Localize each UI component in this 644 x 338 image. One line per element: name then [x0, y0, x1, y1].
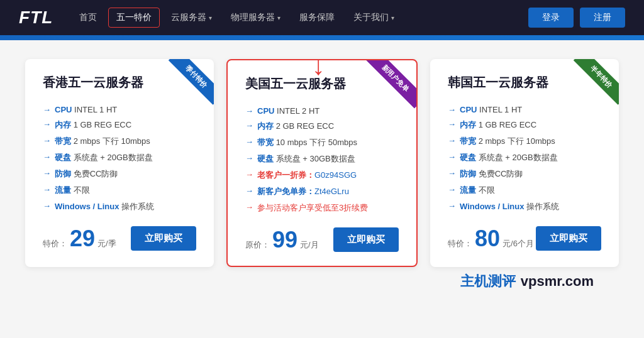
- nav-item-home[interactable]: 首页: [72, 8, 104, 27]
- list-item: → 带宽 2 mbps 下行 10mbps: [448, 133, 601, 150]
- card-kr: 半年特价 韩国五一云服务器 → CPU INTEL 1 HT → 内存 1 GB…: [430, 59, 619, 267]
- arrow-bullet-icon: →: [448, 119, 456, 129]
- card-footer-us: 原价： 99 元/月 立即购买: [245, 227, 399, 252]
- chevron-down-icon: ▾: [391, 14, 394, 21]
- red-arrow-icon: ↓: [312, 53, 325, 79]
- price-label-us: 原价：: [245, 239, 270, 251]
- price-block-hk: 特价： 29 元/季: [43, 227, 116, 250]
- arrow-bullet-icon: →: [448, 185, 456, 194]
- features-kr: → CPU INTEL 1 HT → 内存 1 GB REG ECC → 带宽 …: [448, 102, 601, 215]
- price-number-kr: 80: [475, 227, 500, 250]
- arrow-bullet-icon: →: [43, 136, 51, 145]
- list-item: → 老客户一折券：G0z94SGG: [245, 167, 399, 183]
- list-item: → 硬盘 系统盘 + 20GB数据盘: [43, 150, 196, 166]
- arrow-bullet-icon: →: [43, 201, 51, 210]
- arrow-bullet-icon: →: [245, 121, 253, 130]
- nav-item-service[interactable]: 服务保障: [292, 8, 342, 27]
- ribbon-label-hk: 季付特价: [169, 59, 214, 105]
- price-label-kr: 特价：: [448, 238, 472, 249]
- arrow-bullet-icon: →: [43, 119, 51, 129]
- arrow-bullet-icon: →: [448, 168, 456, 178]
- arrow-bullet-icon: →: [43, 185, 51, 194]
- nav-item-about[interactable]: 关于我们 ▾: [346, 8, 402, 27]
- arrow-bullet-icon: →: [245, 137, 253, 146]
- price-unit-us: 元/月: [300, 239, 319, 251]
- features-us: → CPU INTEL 2 HT → 内存 2 GB REG ECC → 带宽 …: [245, 104, 399, 216]
- logo: FTL: [19, 8, 53, 28]
- list-item: → 硬盘 系统盘 + 30GB数据盘: [245, 151, 399, 167]
- nav: 首页 五一特价 云服务器 ▾ 物理服务器 ▾ 服务保障 关于我们 ▾: [72, 8, 509, 28]
- ribbon-us: 新用户免单: [360, 60, 416, 117]
- arrow-bullet-icon: →: [43, 152, 51, 161]
- register-button[interactable]: 注册: [580, 8, 625, 28]
- buy-button-hk[interactable]: 立即购买: [131, 226, 196, 251]
- nav-item-cloud[interactable]: 云服务器 ▾: [164, 8, 219, 27]
- bottom-brand: 主机测评 vpsmr.com: [25, 267, 619, 293]
- price-number-us: 99: [272, 229, 297, 251]
- price-block-us: 原价： 99 元/月: [245, 229, 319, 251]
- buy-button-kr[interactable]: 立即购买: [536, 226, 601, 251]
- login-button[interactable]: 登录: [528, 8, 574, 28]
- list-item: → 内存 1 GB REG ECC: [448, 117, 601, 133]
- main-content: ↓ 季付特价 香港五一云服务器 → CPU INTEL 1 HT → 内存 1 …: [0, 40, 644, 306]
- ribbon-label-us: 新用户免单: [365, 60, 416, 109]
- list-item: → 新客户免单券：Zt4eGLru: [245, 183, 399, 200]
- features-hk: → CPU INTEL 1 HT → 内存 1 GB REG ECC → 带宽 …: [43, 102, 196, 215]
- list-item: → 参与活动客户享受低至3折续费: [245, 200, 399, 216]
- chevron-down-icon: ▾: [209, 14, 212, 21]
- arrow-bullet-icon: →: [245, 153, 253, 163]
- ribbon-label-kr: 半年特价: [574, 59, 619, 105]
- arrow-bullet-icon: →: [43, 168, 51, 178]
- nav-item-may[interactable]: 五一特价: [108, 8, 160, 28]
- arrow-bullet-icon: →: [245, 202, 253, 212]
- header-buttons: 登录 注册: [528, 8, 625, 28]
- chevron-down-icon: ▾: [277, 14, 280, 21]
- brand-cn: 主机测评: [460, 272, 516, 291]
- header: FTL 首页 五一特价 云服务器 ▾ 物理服务器 ▾ 服务保障 关于我们 ▾ 登…: [0, 0, 644, 35]
- list-item: → Windows / Linux 操作系统: [448, 199, 601, 215]
- ribbon-kr: 半年特价: [562, 59, 619, 116]
- list-item: → 带宽 2 mbps 下行 10mbps: [43, 133, 196, 150]
- price-label-hk: 特价：: [43, 238, 67, 249]
- arrow-bullet-icon: →: [448, 105, 456, 114]
- arrow-bullet-icon: →: [448, 201, 456, 210]
- cards-row: 季付特价 香港五一云服务器 → CPU INTEL 1 HT → 内存 1 GB…: [25, 59, 619, 267]
- arrow-bullet-icon: →: [448, 136, 456, 145]
- price-number-hk: 29: [70, 227, 95, 250]
- card-us: 新用户免单 美国五一云服务器 → CPU INTEL 2 HT → 内存 2 G…: [226, 59, 418, 267]
- arrow-bullet-icon: →: [245, 106, 253, 116]
- list-item: → 硬盘 系统盘 + 20GB数据盘: [448, 150, 601, 166]
- price-unit-hk: 元/季: [97, 238, 116, 249]
- blue-banner: [0, 35, 644, 40]
- card-hk: 季付特价 香港五一云服务器 → CPU INTEL 1 HT → 内存 1 GB…: [25, 59, 214, 267]
- arrow-bullet-icon: →: [43, 105, 51, 114]
- buy-button-us[interactable]: 立即购买: [333, 227, 399, 252]
- ribbon-hk: 季付特价: [157, 59, 214, 116]
- list-item: → 内存 1 GB REG ECC: [43, 117, 196, 133]
- arrow-bullet-icon: →: [448, 152, 456, 161]
- arrow-bullet-icon: →: [245, 170, 253, 179]
- arrow-bullet-icon: →: [245, 186, 253, 195]
- card-footer-hk: 特价： 29 元/季 立即购买: [43, 226, 196, 251]
- list-item: → 流量 不限: [448, 182, 601, 199]
- list-item: → 防御 免费CC防御: [448, 166, 601, 182]
- list-item: → 带宽 10 mbps 下行 50mbps: [245, 134, 399, 151]
- list-item: → 流量 不限: [43, 182, 196, 199]
- card-footer-kr: 特价： 80 元/6个月 立即购买: [448, 226, 601, 251]
- list-item: → 防御 免费CC防御: [43, 166, 196, 182]
- price-block-kr: 特价： 80 元/6个月: [448, 227, 534, 250]
- list-item: → Windows / Linux 操作系统: [43, 199, 196, 215]
- nav-item-physical[interactable]: 物理服务器 ▾: [223, 8, 288, 27]
- list-item: → 内存 2 GB REG ECC: [245, 118, 399, 134]
- price-unit-kr: 元/6个月: [502, 238, 534, 249]
- brand-en: vpsmr.com: [521, 273, 594, 290]
